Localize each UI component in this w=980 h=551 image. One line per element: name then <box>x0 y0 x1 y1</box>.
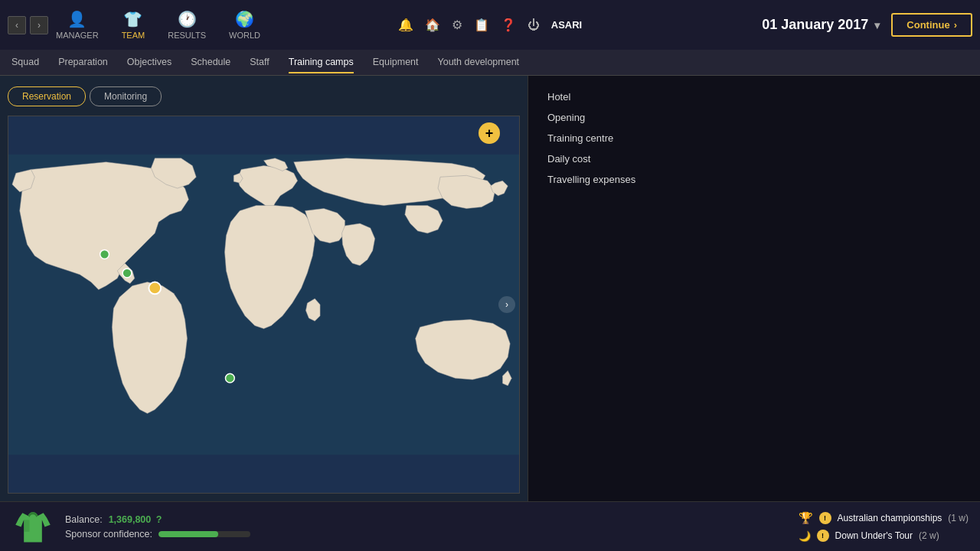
nav-arrows: ‹ › <box>8 16 48 34</box>
manager-icon: 👤 <box>67 10 87 28</box>
top-bar: ‹ › 👤 MANAGER 👕 TEAM 🕐 RESULTS 🌍 <box>0 0 980 50</box>
event-time-1: (1 w) <box>948 513 969 523</box>
tab-monitoring[interactable]: Monitoring <box>90 86 162 106</box>
username-label: ASARI <box>551 19 582 31</box>
detail-daily-cost: Daily cost <box>547 153 961 165</box>
bottom-bar: Balance: 1,369,800 ? Sponsor confidence:… <box>0 501 980 551</box>
travelling-expenses-label: Travelling expenses <box>547 174 635 185</box>
map-panel: Reservation Monitoring + › <box>0 76 528 501</box>
hotel-label: Hotel <box>547 91 570 103</box>
jersey-svg <box>14 507 52 546</box>
date-selector[interactable]: 01 January 2017 ▾ <box>762 17 880 33</box>
tab-buttons: Reservation Monitoring <box>8 83 520 109</box>
nav-team[interactable]: 👕 TEAM <box>122 10 145 40</box>
map-add-button[interactable]: + <box>479 122 500 144</box>
bottom-events: 🏆 ! Australian championships (1 w) 🌙 ! D… <box>799 511 969 542</box>
opening-label: Opening <box>547 112 585 123</box>
world-icon: 🌍 <box>235 10 254 28</box>
map-marker-green-1[interactable] <box>122 269 132 278</box>
detail-opening: Opening <box>547 112 961 123</box>
top-right: 01 January 2017 ▾ Continue › <box>762 13 972 37</box>
manager-label: MANAGER <box>56 31 99 40</box>
bottom-finance: Balance: 1,369,800 ? Sponsor confidence: <box>65 514 250 540</box>
team-icon: 👕 <box>123 10 142 28</box>
map-marker-green-3[interactable] <box>225 373 234 383</box>
copy-icon[interactable]: 📋 <box>474 18 489 32</box>
training-centre-label: Training centre <box>547 132 613 144</box>
subnav-squad[interactable]: Squad <box>11 52 39 73</box>
continue-label: Continue <box>906 19 949 31</box>
balance-amount: 1,369,800 ? <box>109 514 162 525</box>
sponsor-progress-bar <box>158 531 250 537</box>
event-badge-2: ! <box>817 530 829 542</box>
event-row-1: 🏆 ! Australian championships (1 w) <box>799 511 969 525</box>
nav-forward-button[interactable]: › <box>30 16 48 34</box>
balance-row: Balance: 1,369,800 ? <box>65 514 250 525</box>
subnav-preparation[interactable]: Preparation <box>58 52 108 73</box>
subnav-youth-development[interactable]: Youth development <box>438 52 520 73</box>
map-next-arrow[interactable]: › <box>498 296 515 313</box>
nav-icons: 👤 MANAGER 👕 TEAM 🕐 RESULTS 🌍 WORLD <box>56 10 260 40</box>
help-icon[interactable]: ❓ <box>501 18 516 32</box>
results-icon: 🕐 <box>178 10 197 28</box>
balance-label: Balance: <box>65 514 103 525</box>
bell-icon[interactable]: 🔔 <box>398 18 413 32</box>
world-label: WORLD <box>229 31 260 40</box>
power-icon[interactable]: ⏻ <box>528 18 540 32</box>
subnav-equipment[interactable]: Equipment <box>373 52 419 73</box>
details-panel: Hotel Opening Training centre Daily cost… <box>528 76 980 501</box>
moon-icon: 🌙 <box>799 530 811 542</box>
continue-arrow-icon: › <box>954 19 957 31</box>
event-name-2: Down Under's Tour <box>835 530 913 541</box>
home-icon[interactable]: 🏠 <box>425 18 440 32</box>
main-content: Reservation Monitoring + › <box>0 76 980 501</box>
tab-reservation[interactable]: Reservation <box>8 86 86 106</box>
nav-manager[interactable]: 👤 MANAGER <box>56 10 99 40</box>
date-chevron-icon[interactable]: ▾ <box>874 19 880 31</box>
event-row-2: 🌙 ! Down Under's Tour (2 w) <box>799 530 969 542</box>
continue-button[interactable]: Continue › <box>891 13 972 37</box>
detail-training-centre: Training centre <box>547 132 961 144</box>
sponsor-label: Sponsor confidence: <box>65 529 152 540</box>
nav-world[interactable]: 🌍 WORLD <box>229 10 260 40</box>
settings-icon[interactable]: ⚙ <box>452 18 462 32</box>
sponsor-progress-fill <box>158 531 218 537</box>
world-map-svg <box>8 116 519 493</box>
results-label: RESULTS <box>168 31 206 40</box>
subnav-training-camps[interactable]: Training camps <box>289 52 354 73</box>
sponsor-row: Sponsor confidence: <box>65 529 250 540</box>
current-date: 01 January 2017 <box>762 17 868 33</box>
sub-nav: Squad Preparation Objectives Schedule St… <box>0 50 980 76</box>
team-label: TEAM <box>122 31 145 40</box>
detail-hotel: Hotel <box>547 91 961 103</box>
event-name-1: Australian championships <box>838 513 942 523</box>
nav-back-button[interactable]: ‹ <box>8 16 26 34</box>
trophy-icon: 🏆 <box>799 511 813 525</box>
subnav-staff[interactable]: Staff <box>250 52 269 73</box>
daily-cost-label: Daily cost <box>547 153 590 165</box>
detail-travelling-expenses: Travelling expenses <box>547 174 961 185</box>
map-marker-yellow[interactable] <box>149 282 161 295</box>
subnav-objectives[interactable]: Objectives <box>127 52 172 73</box>
map-container[interactable]: + › <box>8 116 520 494</box>
map-marker-green-2[interactable] <box>100 249 109 259</box>
event-time-2: (2 w) <box>919 530 939 541</box>
nav-results[interactable]: 🕐 RESULTS <box>168 10 206 40</box>
subnav-schedule[interactable]: Schedule <box>191 52 230 73</box>
top-center-icons: 🔔 🏠 ⚙ 📋 ❓ ⏻ ASARI <box>398 18 582 32</box>
event-badge-1: ! <box>819 512 831 524</box>
team-jersey <box>11 506 54 548</box>
